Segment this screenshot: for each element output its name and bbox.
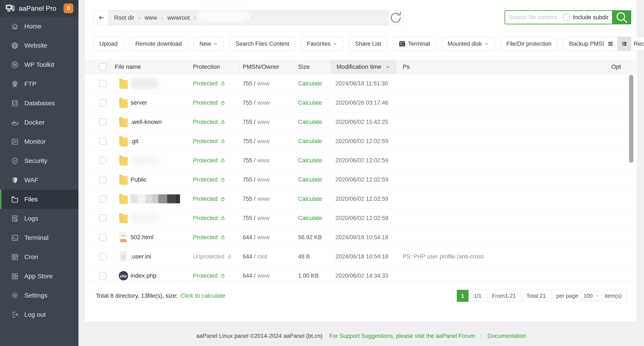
table-row[interactable]: Protected 755 /www Calculate 2020/06/02 … (85, 189, 637, 209)
calculate-size-link[interactable]: Calculate (298, 189, 322, 209)
protection-status[interactable]: Protected (193, 132, 226, 151)
table-row-502-html[interactable]: <>HTML 502.html Protected 644 /www 56.92… (85, 228, 637, 247)
table-row-user-ini[interactable]: .user.ini Unprotected 644 /root 48 B 202… (85, 247, 637, 266)
folder-icon[interactable] (117, 74, 130, 93)
ini-file-icon[interactable] (117, 247, 130, 266)
sidebar-item-ftp[interactable]: FTP (0, 74, 78, 94)
sidebar-item-monitor[interactable]: Monitor (0, 132, 78, 151)
page-button-1[interactable]: 1 (457, 290, 469, 302)
table-row-well-known[interactable]: .well-known Protected 755 /www Calculate… (85, 112, 637, 132)
remote-download-button[interactable]: Remote download (130, 37, 188, 51)
row-checkbox[interactable] (99, 176, 106, 183)
folder-icon[interactable] (117, 189, 130, 209)
calculate-size-link[interactable]: Calculate (298, 170, 322, 189)
include-subdir-checkbox[interactable] (563, 14, 570, 21)
sidebar-item-log-out[interactable]: Log out (0, 305, 78, 324)
file-name[interactable] (130, 151, 158, 170)
breadcrumb-segment-wwwroot[interactable]: wwwroot (168, 15, 190, 21)
file-name[interactable]: .git (130, 132, 138, 151)
forum-link[interactable]: For Support Suggestions, please visit th… (329, 333, 475, 339)
list-view-button[interactable] (617, 37, 631, 51)
sidebar-item-terminal[interactable]: Terminal (0, 228, 78, 247)
sidebar-item-cron[interactable]: Cron (0, 247, 78, 267)
protection-status[interactable]: Protected (193, 266, 226, 281)
protection-status[interactable]: Protected (193, 74, 226, 93)
folder-icon[interactable] (117, 112, 130, 132)
vertical-scrollbar[interactable] (629, 75, 633, 163)
row-checkbox[interactable] (99, 253, 106, 260)
notification-badge[interactable]: 0 (64, 4, 73, 13)
protection-status[interactable]: Unprotected (193, 247, 232, 266)
documentation-link[interactable]: Documentation (488, 333, 526, 339)
protection-status[interactable]: Protected (193, 209, 226, 228)
file-name[interactable]: index.php (130, 266, 156, 281)
sidebar-item-files[interactable]: Files (0, 190, 78, 209)
calculate-size-link[interactable]: Calculate (298, 112, 322, 132)
sidebar-item-docker[interactable]: Docker (0, 113, 78, 132)
protection-status[interactable]: Protected (193, 112, 226, 132)
breadcrumb-segment-www[interactable]: www (144, 15, 157, 21)
column-header-file-name[interactable]: File name (115, 60, 141, 74)
protection-status[interactable]: Protected (193, 189, 226, 209)
file-name[interactable] (130, 189, 180, 209)
folder-icon[interactable] (117, 151, 130, 170)
row-checkbox[interactable] (99, 272, 106, 279)
terminal-button[interactable]: Terminal (393, 37, 436, 51)
row-checkbox[interactable] (99, 137, 106, 145)
file-name[interactable] (130, 74, 158, 93)
breadcrumb-segment-root-dir[interactable]: Root dir (114, 15, 134, 21)
row-checkbox[interactable] (99, 157, 106, 164)
mounted-disk-button[interactable]: Mounted disk (442, 37, 495, 51)
favorites-button[interactable]: Favorites (301, 37, 343, 51)
share-list-button[interactable]: Share List (349, 37, 387, 51)
row-checkbox[interactable] (99, 99, 106, 106)
folder-icon[interactable] (117, 170, 130, 189)
file-name[interactable]: .user.ini (130, 247, 151, 266)
file-dir-protection-button[interactable]: File/Dir protection (500, 37, 558, 51)
file-name[interactable] (130, 209, 158, 228)
search-input[interactable] (505, 14, 563, 21)
folder-icon[interactable] (117, 209, 130, 228)
file-name[interactable]: server (130, 93, 147, 112)
app-logo[interactable]: aaPanel Pro 0 (0, 0, 78, 17)
table-row[interactable]: Protected 755 /www Calculate 2024/06/18 … (85, 74, 637, 93)
table-row-server[interactable]: server Protected 755 /www Calculate 2020… (85, 93, 637, 112)
table-row-index-php[interactable]: php index.php Protected 644 /www 1.00 KB… (85, 266, 637, 281)
file-name[interactable]: 502.html (130, 228, 153, 247)
sidebar-item-wp-toolkit[interactable]: W WP Toolkit (0, 55, 78, 74)
sidebar-item-logs[interactable]: Logs (0, 209, 78, 228)
calculate-size-link[interactable]: Calculate (298, 93, 322, 112)
column-header-modification-time[interactable]: Modification time (336, 60, 381, 74)
row-checkbox[interactable] (99, 214, 106, 222)
table-row[interactable]: Protected 755 /www Calculate 2020/06/02 … (85, 209, 637, 228)
column-header-ps[interactable]: Ps (402, 60, 410, 74)
calculate-size-link[interactable]: Calculate (298, 132, 322, 151)
row-checkbox[interactable] (99, 234, 106, 241)
calculate-size-link[interactable]: Calculate (298, 151, 322, 170)
protection-status[interactable]: Protected (193, 151, 226, 170)
new-button[interactable]: New (194, 37, 224, 51)
sidebar-item-security[interactable]: Security (0, 151, 78, 170)
table-row-git[interactable]: .git Protected 755 /www Calculate 2020/0… (85, 132, 637, 151)
sidebar-item-waf[interactable]: WAF (0, 170, 78, 190)
refresh-button[interactable] (388, 11, 403, 25)
sidebar-item-website[interactable]: Website (0, 36, 78, 55)
column-header-protection[interactable]: Protection (193, 60, 220, 74)
row-checkbox[interactable] (99, 118, 106, 126)
protection-status[interactable]: Protected (193, 228, 226, 247)
protection-status[interactable]: Protected (193, 93, 226, 112)
folder-icon[interactable] (117, 132, 130, 151)
sidebar-item-home[interactable]: Home (0, 17, 78, 36)
sidebar-item-settings[interactable]: Settings (0, 286, 78, 305)
column-header-size[interactable]: Size (298, 60, 310, 74)
calculate-size-link[interactable]: Calculate (298, 209, 322, 228)
sidebar-item-databases[interactable]: Databases (0, 94, 78, 113)
search-files-content-button[interactable]: Search Files Content (230, 37, 295, 51)
table-row[interactable]: Protected 755 /www Calculate 2020/06/02 … (85, 151, 637, 170)
per-page-select[interactable]: 100 (581, 291, 602, 300)
calculate-size-link[interactable]: Click to calculate (180, 292, 225, 299)
protection-status[interactable]: Protected (193, 170, 226, 189)
file-name[interactable]: Public (130, 170, 147, 189)
table-row-public[interactable]: Public Protected 755 /www Calculate 2020… (85, 170, 637, 189)
sidebar-item-app-store[interactable]: App Store (0, 267, 78, 286)
